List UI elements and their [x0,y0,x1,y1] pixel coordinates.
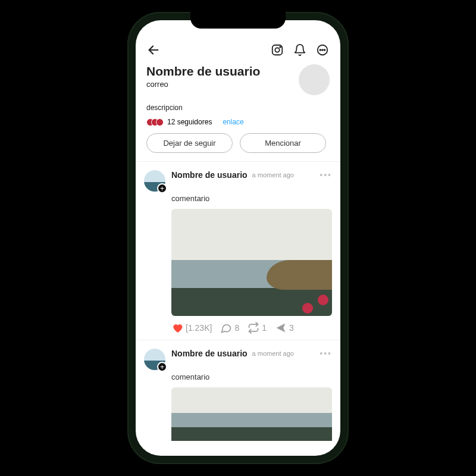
post: + Nombre de usuario a moment ago ••• com… [136,162,340,340]
more-button[interactable] [315,43,330,57]
svg-point-7 [324,49,325,51]
svg-point-2 [275,48,279,52]
profile-description: descripcion [146,104,330,112]
comment-count: 8 [234,323,239,333]
send-count: 3 [289,323,294,333]
post-actions: [1.23K] 8 1 3 [171,322,332,334]
post-image[interactable] [171,209,332,316]
followers-row[interactable]: 12 seguidores enlace [146,118,330,126]
post-text: comentario [171,194,332,203]
svg-point-6 [322,49,323,51]
unfollow-button[interactable]: Dejar de seguir [146,133,233,153]
phone-frame: Nombre de usuario correo descripcion 12 … [127,12,349,464]
heart-icon [171,322,183,334]
post-more-button[interactable]: ••• [320,170,332,180]
send-button[interactable]: 3 [275,322,294,334]
profile-link[interactable]: enlace [223,118,243,126]
add-user-icon[interactable]: + [157,183,167,193]
profile-email: correo [146,80,260,89]
post-username[interactable]: Nombre de usuario [171,170,248,180]
post-timestamp: a moment ago [252,171,294,178]
follower-avatars-icon [146,118,164,126]
back-button[interactable] [146,43,161,57]
notifications-button[interactable] [293,43,307,57]
svg-point-5 [320,49,321,51]
instagram-icon [271,43,284,57]
arrow-left-icon [147,43,160,57]
followers-count: 12 seguidores [167,118,212,126]
instagram-button[interactable] [270,43,284,57]
post-username[interactable]: Nombre de usuario [171,349,248,358]
add-user-icon[interactable]: + [157,362,167,372]
profile-header: Nombre de usuario correo descripcion 12 … [136,63,340,161]
comment-button[interactable]: 8 [220,322,239,334]
app-screen: Nombre de usuario correo descripcion 12 … [136,20,340,456]
post-avatar[interactable]: + [144,170,165,192]
more-horizontal-icon [316,43,329,57]
svg-point-3 [280,46,281,48]
post-timestamp: a moment ago [252,350,294,357]
profile-username: Nombre de usuario [146,64,260,79]
bell-icon [293,43,306,57]
profile-avatar[interactable] [299,64,330,95]
like-count: [1.23K] [186,323,212,333]
post: + Nombre de usuario a moment ago ••• com… [136,340,340,441]
like-button[interactable]: [1.23K] [171,322,212,334]
send-icon [275,322,287,334]
post-text: comentario [171,372,332,381]
post-avatar[interactable]: + [144,349,165,370]
repost-count: 1 [262,323,267,333]
repost-button[interactable]: 1 [248,322,267,334]
post-image[interactable] [171,387,332,441]
feed: + Nombre de usuario a moment ago ••• com… [136,161,340,441]
mention-button[interactable]: Mencionar [240,133,326,153]
phone-notch [190,12,286,29]
repost-icon [248,322,259,334]
chat-icon [220,322,232,334]
post-more-button[interactable]: ••• [320,349,332,358]
